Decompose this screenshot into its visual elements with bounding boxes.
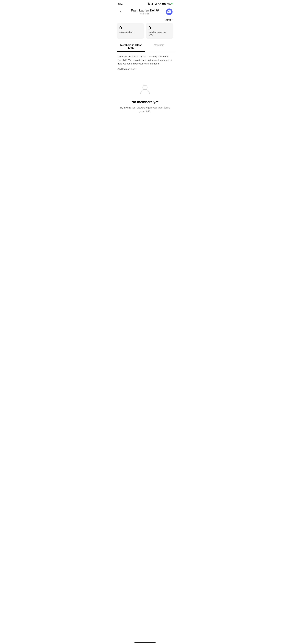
watched-live-card: 0 Members watched LIVE bbox=[146, 23, 173, 39]
edit-icon[interactable] bbox=[156, 9, 159, 12]
page-title: Team Lauren Deli bbox=[124, 9, 166, 12]
svg-rect-13 bbox=[162, 3, 165, 4]
new-members-card: 0 New members bbox=[117, 23, 144, 39]
status-time: 8:42 bbox=[118, 2, 122, 5]
discord-button[interactable] bbox=[166, 8, 172, 15]
empty-state-description: Try inviting your viewers to join your t… bbox=[119, 106, 171, 113]
discord-icon bbox=[167, 10, 171, 13]
new-members-label: New members bbox=[119, 31, 142, 34]
svg-rect-9 bbox=[156, 3, 156, 5]
svg-rect-4 bbox=[152, 4, 152, 5]
battery-percent: 74% bbox=[167, 3, 171, 5]
header-center: Team Lauren Deli Your team bbox=[124, 9, 166, 15]
svg-rect-8 bbox=[155, 4, 156, 5]
tabs-container: Members in latest LIVE Members bbox=[114, 41, 176, 52]
filter-row: Latest ▾ bbox=[114, 17, 176, 23]
stats-row: 0 New members 0 Members watched LIVE bbox=[114, 23, 176, 41]
page-header: ‹ Team Lauren Deli Your team bbox=[114, 7, 176, 17]
wifi-icon bbox=[158, 3, 161, 5]
signal-bars-icon bbox=[151, 3, 154, 5]
back-arrow-icon: ‹ bbox=[120, 10, 121, 14]
watched-live-count: 0 bbox=[148, 26, 171, 30]
header-subtitle: Your team bbox=[124, 12, 166, 15]
back-button[interactable]: ‹ bbox=[118, 9, 124, 15]
status-icons: 74% bbox=[147, 2, 172, 5]
tab-members-latest-live[interactable]: Members in latest LIVE bbox=[117, 41, 145, 52]
empty-state: No members yet Try inviting your viewers… bbox=[114, 74, 176, 119]
filter-label: Latest bbox=[164, 18, 171, 21]
tab-members[interactable]: Members bbox=[145, 41, 173, 52]
chevron-down-icon: ▾ bbox=[172, 19, 172, 21]
status-bar: 8:42 bbox=[114, 0, 176, 7]
empty-state-title: No members yet bbox=[132, 100, 158, 104]
svg-rect-5 bbox=[152, 3, 153, 5]
watched-live-label: Members watched LIVE bbox=[148, 31, 171, 36]
person-icon bbox=[139, 83, 151, 96]
description-text: Members are ranked by the Gifts they sen… bbox=[118, 55, 172, 66]
svg-rect-6 bbox=[153, 3, 153, 5]
mic-muted-icon bbox=[147, 2, 150, 5]
filter-button[interactable]: Latest ▾ bbox=[164, 18, 172, 21]
new-members-count: 0 bbox=[119, 26, 142, 30]
add-tags-link[interactable]: Add tags on web › bbox=[118, 68, 136, 70]
battery-icon bbox=[162, 3, 166, 5]
svg-rect-7 bbox=[154, 4, 155, 5]
svg-rect-10 bbox=[156, 3, 157, 5]
battery-container: 74% bbox=[162, 3, 172, 5]
home-indicator bbox=[134, 642, 156, 643]
svg-rect-3 bbox=[151, 4, 152, 5]
empty-avatar-icon bbox=[139, 83, 151, 96]
signal-bars-2-icon bbox=[154, 3, 158, 5]
svg-point-15 bbox=[143, 85, 147, 90]
content-area: Members are ranked by the Gifts they sen… bbox=[114, 52, 176, 74]
active-indicator bbox=[171, 3, 172, 4]
svg-rect-14 bbox=[166, 3, 166, 4]
